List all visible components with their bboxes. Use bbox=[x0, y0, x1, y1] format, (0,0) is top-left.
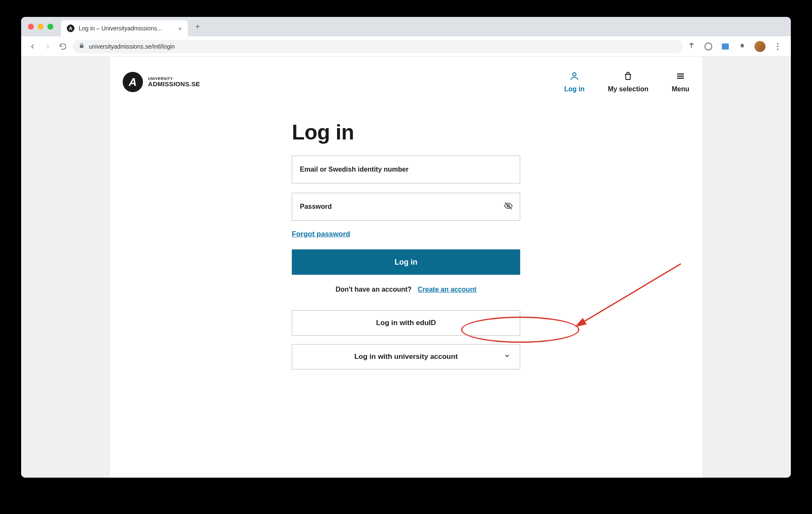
brand-text: UNIVERSITY ADMISSIONS.SE bbox=[148, 77, 200, 87]
address-bar: universityadmissions.se/intl/login bbox=[21, 36, 791, 57]
svg-point-0 bbox=[705, 43, 712, 50]
university-account-button[interactable]: Log in with university account bbox=[292, 344, 520, 369]
password-field[interactable]: Password bbox=[292, 193, 520, 221]
nav-selection[interactable]: My selection bbox=[608, 71, 648, 93]
svg-point-2 bbox=[777, 43, 778, 44]
svg-point-5 bbox=[573, 73, 576, 76]
svg-line-7 bbox=[576, 264, 681, 326]
browser-window: A Log in – Universityadmissions... × + u… bbox=[21, 17, 791, 478]
profile-avatar[interactable] bbox=[754, 41, 765, 52]
svg-point-3 bbox=[777, 46, 778, 47]
forgot-password-link[interactable]: Forgot password bbox=[292, 230, 350, 238]
nav-login-label: Log in bbox=[564, 85, 584, 93]
share-icon[interactable] bbox=[687, 42, 696, 51]
chevron-down-icon bbox=[504, 353, 510, 361]
svg-rect-1 bbox=[722, 43, 729, 49]
browser-tab[interactable]: A Log in – Universityadmissions... × bbox=[61, 20, 188, 36]
maximize-window-button[interactable] bbox=[47, 24, 53, 30]
email-field[interactable]: Email or Swedish identity number bbox=[292, 156, 520, 183]
email-placeholder: Email or Swedish identity number bbox=[300, 166, 409, 173]
no-account-text: Don't have an account? bbox=[336, 286, 412, 293]
reload-button[interactable] bbox=[58, 41, 69, 52]
nav-selection-label: My selection bbox=[608, 85, 648, 93]
lock-icon bbox=[79, 43, 85, 50]
url-text: universityadmissions.se/intl/login bbox=[89, 43, 175, 50]
minimize-window-button[interactable] bbox=[38, 24, 44, 30]
toolbar-icons bbox=[687, 41, 785, 52]
signup-row: Don't have an account? Create an account bbox=[292, 286, 520, 293]
brand[interactable]: A UNIVERSITY ADMISSIONS.SE bbox=[123, 72, 200, 92]
site-header: A UNIVERSITY ADMISSIONS.SE Log in bbox=[110, 57, 702, 107]
tab-strip: A Log in – Universityadmissions... × + bbox=[21, 17, 791, 36]
page-title: Log in bbox=[292, 120, 520, 145]
window-controls bbox=[28, 24, 53, 30]
nav-login[interactable]: Log in bbox=[564, 71, 584, 93]
hamburger-icon bbox=[675, 71, 686, 83]
url-field[interactable]: universityadmissions.se/intl/login bbox=[73, 40, 683, 53]
bag-icon bbox=[623, 71, 633, 83]
close-window-button[interactable] bbox=[28, 24, 34, 30]
close-tab-icon[interactable]: × bbox=[178, 25, 182, 32]
more-icon[interactable] bbox=[773, 42, 782, 51]
translate-icon[interactable] bbox=[721, 42, 730, 51]
new-tab-button[interactable]: + bbox=[195, 22, 200, 31]
back-button[interactable] bbox=[27, 41, 38, 52]
page: A UNIVERSITY ADMISSIONS.SE Log in bbox=[110, 57, 702, 478]
brand-logo-icon: A bbox=[123, 72, 143, 92]
annotation-arrow-icon bbox=[571, 260, 689, 344]
create-account-link[interactable]: Create an account bbox=[418, 286, 477, 293]
extension-icon[interactable] bbox=[704, 42, 713, 51]
tab-title: Log in – Universityadmissions... bbox=[79, 25, 174, 32]
user-icon bbox=[569, 71, 579, 83]
svg-point-4 bbox=[777, 48, 778, 49]
nav-menu-label: Menu bbox=[672, 85, 689, 93]
login-button[interactable]: Log in bbox=[292, 249, 520, 275]
puzzle-icon[interactable] bbox=[738, 42, 747, 51]
university-account-label: Log in with university account bbox=[354, 353, 458, 361]
forward-button[interactable] bbox=[42, 41, 53, 52]
viewport: A UNIVERSITY ADMISSIONS.SE Log in bbox=[21, 57, 791, 478]
nav-menu[interactable]: Menu bbox=[672, 71, 689, 93]
brand-main: ADMISSIONS.SE bbox=[148, 81, 200, 87]
password-placeholder: Password bbox=[300, 203, 332, 211]
favicon-icon: A bbox=[67, 25, 74, 32]
eduid-button[interactable]: Log in with eduID bbox=[292, 310, 520, 336]
toggle-password-icon[interactable] bbox=[504, 201, 513, 212]
nav-links: Log in My selection Menu bbox=[564, 71, 689, 93]
login-form: Log in Email or Swedish identity number … bbox=[292, 120, 520, 369]
